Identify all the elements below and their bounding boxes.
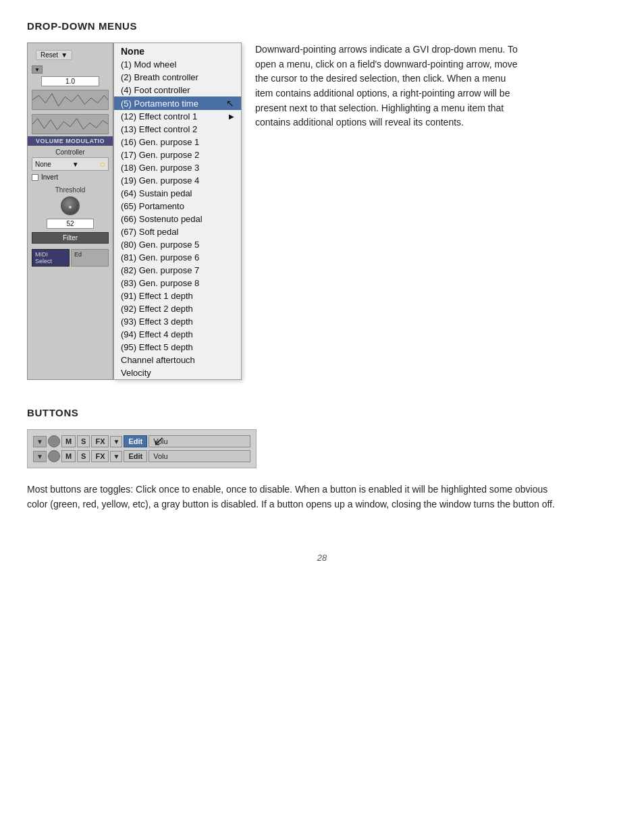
invert-checkbox[interactable] bbox=[32, 174, 38, 181]
reset-dropdown-arrow: ▼ bbox=[61, 51, 68, 59]
threshold-value: 52 bbox=[47, 219, 94, 229]
ed-button[interactable]: Ed bbox=[71, 249, 109, 267]
dropdown-indicator[interactable]: ▼ bbox=[32, 65, 43, 74]
menu-item-breath[interactable]: (2) Breath controller bbox=[114, 71, 241, 84]
menu-item-soft-pedal[interactable]: (67) Soft pedal bbox=[114, 225, 241, 238]
menu-item-gen-7[interactable]: (82) Gen. purpose 7 bbox=[114, 264, 241, 277]
dropdown-section: Reset ▼ ▼ 1.0 VOLUM bbox=[27, 43, 617, 380]
none-dropdown-row[interactable]: None ▼ ○ bbox=[32, 157, 109, 171]
row2-circle-btn[interactable] bbox=[48, 450, 60, 462]
invert-label: Invert bbox=[41, 173, 58, 181]
menu-item-foot[interactable]: (4) Foot controller bbox=[114, 84, 241, 96]
effect-ctrl-1-arrow: ▶ bbox=[229, 113, 234, 120]
row1-edit-btn[interactable]: Edit bbox=[124, 435, 147, 447]
none-label: None bbox=[35, 161, 51, 168]
menu-item-portamento-time-label: (5) Portamento time bbox=[121, 99, 198, 109]
menu-item-gen-2[interactable]: (17) Gen. purpose 2 bbox=[114, 148, 241, 161]
dropdown-menus-title: DROP-DOWN MENUS bbox=[27, 20, 617, 32]
row2-s-btn[interactable]: S bbox=[77, 450, 90, 462]
menu-item-effect-1[interactable]: (91) Effect 1 depth bbox=[114, 289, 241, 302]
row1-circle-btn[interactable] bbox=[48, 435, 60, 447]
menu-item-gen-5[interactable]: (80) Gen. purpose 5 bbox=[114, 238, 241, 251]
reset-row: Reset ▼ bbox=[28, 46, 113, 64]
row1-s-btn[interactable]: S bbox=[77, 435, 90, 447]
waveform-1 bbox=[32, 90, 109, 110]
none-dropdown-arrow: ▼ bbox=[72, 161, 79, 168]
threshold-knob[interactable] bbox=[61, 196, 80, 215]
row1-fx-arrow-btn[interactable]: ▼ bbox=[110, 436, 122, 447]
menu-item-channel[interactable]: Channel aftertouch bbox=[114, 354, 241, 366]
button-row-1: ▼ M S FX ▼ Edit Volu ↙ bbox=[33, 435, 250, 447]
row2-fx-arrow-btn[interactable]: ▼ bbox=[110, 451, 122, 462]
menu-item-velocity[interactable]: Velocity bbox=[114, 366, 241, 379]
menu-item-gen-4[interactable]: (19) Gen. purpose 4 bbox=[114, 174, 241, 187]
menu-item-gen-1[interactable]: (16) Gen. purpose 1 bbox=[114, 136, 241, 148]
threshold-label: Threshold bbox=[28, 186, 113, 194]
row2-fx-btn[interactable]: FX bbox=[91, 450, 109, 462]
bottom-buttons-row: MIDI Select Ed bbox=[32, 249, 109, 267]
row2-arrow-btn[interactable]: ▼ bbox=[33, 451, 47, 462]
dropdown-menu: None (1) Mod wheel (2) Breath controller… bbox=[113, 43, 242, 380]
volume-modulation-label: VOLUME MODULATIO bbox=[28, 136, 113, 146]
cursor-icon: ↖ bbox=[226, 98, 234, 109]
row1-arrow-btn[interactable]: ▼ bbox=[33, 436, 47, 447]
menu-item-sostenuto[interactable]: (66) Sostenuto pedal bbox=[114, 213, 241, 225]
reset-label: Reset bbox=[41, 51, 58, 59]
row1-fx-btn[interactable]: FX bbox=[91, 435, 109, 447]
menu-item-effect-5[interactable]: (95) Effect 5 depth bbox=[114, 341, 241, 354]
buttons-description: Most buttons are toggles: Click once to … bbox=[27, 482, 567, 512]
invert-row: Invert bbox=[32, 173, 109, 181]
menu-item-effect-ctrl-2[interactable]: (13) Effect control 2 bbox=[114, 123, 241, 136]
menu-item-portamento[interactable]: (65) Portamento bbox=[114, 200, 241, 213]
waveform-2 bbox=[32, 114, 109, 134]
page-number: 28 bbox=[27, 553, 617, 563]
menu-item-gen-8[interactable]: (83) Gen. purpose 8 bbox=[114, 277, 241, 289]
button-row-2: ▼ M S FX ▼ Edit Volu bbox=[33, 450, 250, 462]
knob-dot bbox=[69, 206, 72, 209]
menu-item-mod-wheel[interactable]: (1) Mod wheel bbox=[114, 58, 241, 71]
buttons-section: BUTTONS ▼ M S FX ▼ Edit Volu ↙ ▼ M S FX … bbox=[27, 407, 617, 512]
dropdown-menu-header: None bbox=[114, 43, 241, 58]
ui-widget: Reset ▼ ▼ 1.0 VOLUM bbox=[27, 43, 113, 380]
row2-edit-btn[interactable]: Edit bbox=[124, 450, 147, 462]
menu-item-effect-3[interactable]: (93) Effect 3 depth bbox=[114, 315, 241, 328]
midi-select-button[interactable]: MIDI Select bbox=[32, 249, 70, 267]
menu-item-effect-4[interactable]: (94) Effect 4 depth bbox=[114, 328, 241, 341]
filter-button[interactable]: Filter bbox=[32, 232, 109, 244]
menu-item-gen-6[interactable]: (81) Gen. purpose 6 bbox=[114, 251, 241, 264]
buttons-title: BUTTONS bbox=[27, 407, 617, 418]
controller-label: Controller bbox=[28, 148, 113, 156]
menu-item-gen-3[interactable]: (18) Gen. purpose 3 bbox=[114, 161, 241, 174]
menu-item-portamento-time[interactable]: (5) Portamento time ↖ bbox=[114, 96, 241, 110]
button-demo-area: ▼ M S FX ▼ Edit Volu ↙ ▼ M S FX ▼ Edit V… bbox=[27, 429, 257, 468]
menu-item-sustain[interactable]: (64) Sustain pedal bbox=[114, 187, 241, 200]
row1-m-btn[interactable]: M bbox=[61, 435, 76, 447]
menu-item-effect-ctrl-1[interactable]: (12) Effect control 1 ▶ bbox=[114, 110, 241, 123]
reset-button[interactable]: Reset ▼ bbox=[36, 50, 72, 60]
left-panel: Reset ▼ ▼ 1.0 VOLUM bbox=[27, 43, 242, 380]
row2-m-btn[interactable]: M bbox=[61, 450, 76, 462]
value-display: 1.0 bbox=[41, 76, 99, 86]
indicator-circle: ○ bbox=[100, 159, 105, 169]
dropdown-indicator-row: ▼ bbox=[28, 64, 113, 75]
row2-volume-btn[interactable]: Volu bbox=[149, 450, 250, 462]
row1-volume-btn[interactable]: Volu bbox=[149, 435, 250, 447]
effect-ctrl-1-label: (12) Effect control 1 bbox=[121, 111, 197, 121]
menu-item-effect-2[interactable]: (92) Effect 2 depth bbox=[114, 302, 241, 315]
dropdown-description: Downward-pointing arrows indicate a GVI … bbox=[255, 43, 525, 380]
